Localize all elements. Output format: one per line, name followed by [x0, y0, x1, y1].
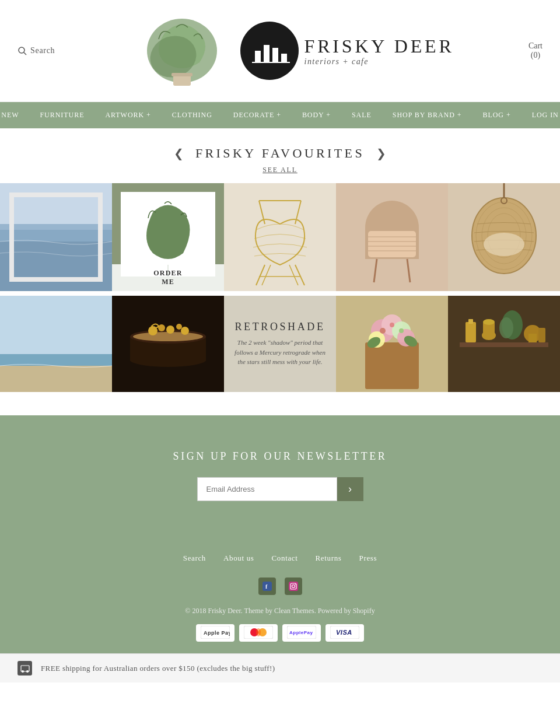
nav-decorate[interactable]: DECORATE +	[223, 102, 292, 128]
search-label: Search	[30, 46, 55, 55]
search-button[interactable]: Search	[18, 46, 55, 55]
svg-rect-6	[255, 51, 261, 62]
prev-arrow[interactable]: ❮	[174, 146, 184, 160]
instagram-item-5[interactable]	[448, 296, 560, 392]
product-item-2[interactable]: ORDERME	[112, 183, 224, 291]
instagram-item-1[interactable]	[0, 296, 112, 392]
newsletter-section: SIGN UP FOR OUR NEWSLETTER ›	[0, 415, 560, 536]
product-image-5	[448, 183, 560, 291]
svg-point-95	[256, 628, 261, 636]
nav-blog[interactable]: BLOG +	[472, 102, 521, 128]
svg-point-80	[499, 317, 513, 338]
product-item-5[interactable]	[448, 183, 560, 291]
mastercard-icon	[239, 624, 278, 642]
brand-subtitle: interiors + cafe	[304, 57, 369, 66]
footer-link-press[interactable]: Press	[359, 554, 377, 563]
shopify-pay-icon: ApplePay	[282, 624, 321, 642]
bottom-bar-text: FREE shipping for Australian orders over…	[41, 664, 275, 673]
svg-rect-14	[0, 183, 112, 224]
svg-text:VISA: VISA	[336, 629, 352, 636]
svg-point-54	[133, 332, 203, 341]
footer-link-about[interactable]: About us	[223, 554, 254, 563]
svg-rect-7	[264, 45, 270, 62]
newsletter-email-input[interactable]	[197, 477, 337, 501]
nav-furniture[interactable]: FURNITURE	[29, 102, 94, 128]
nav-clothing[interactable]: CLOTHING	[162, 102, 223, 128]
retroshade-card: RETROSHADE The 2 week "shadow" period th…	[224, 296, 336, 392]
product-item-3[interactable]	[224, 183, 336, 291]
search-icon	[18, 46, 27, 55]
svg-point-68	[390, 323, 394, 327]
svg-rect-47	[0, 296, 112, 354]
svg-rect-19	[224, 183, 336, 291]
payment-icons: Apple Pay ApplePay VISA	[0, 624, 560, 642]
instagram-image-5	[448, 296, 560, 392]
cart-count: (0)	[528, 51, 542, 60]
svg-point-67	[380, 328, 386, 334]
leaf-illustration	[130, 10, 235, 92]
shipping-icon	[18, 661, 32, 676]
svg-rect-9	[281, 54, 287, 62]
header: Search	[0, 0, 560, 102]
footer-social: f	[0, 578, 560, 595]
svg-point-89	[295, 584, 296, 585]
svg-rect-31	[368, 231, 416, 257]
circle-logo	[240, 22, 299, 80]
apple-pay-icon: Apple Pay	[196, 624, 235, 642]
footer-link-contact[interactable]: Contact	[272, 554, 298, 563]
instagram-item-retroshade[interactable]: RETROSHADE The 2 week "shadow" period th…	[224, 296, 336, 392]
main-nav: NEW FURNITURE ARTWORK + CLOTHING DECORAT…	[0, 102, 560, 128]
order-me-badge: ORDERME	[112, 264, 224, 291]
footer-link-search[interactable]: Search	[183, 554, 206, 563]
instagram-icon[interactable]	[285, 578, 302, 595]
nav-body[interactable]: BODY +	[292, 102, 341, 128]
nav-artwork[interactable]: ARTWORK +	[94, 102, 161, 128]
svg-rect-61	[365, 342, 419, 389]
nav-new[interactable]: NEW	[0, 102, 29, 128]
next-arrow[interactable]: ❯	[376, 146, 386, 160]
nav-login[interactable]: Log in	[522, 102, 560, 128]
product-item-4[interactable]	[336, 183, 448, 291]
svg-point-44	[484, 233, 524, 256]
brand-name: FRISKY DEER	[304, 36, 454, 57]
svg-point-0	[19, 47, 24, 53]
instagram-image-1	[0, 296, 112, 392]
newsletter-form: ›	[18, 477, 542, 501]
cart-label: Cart	[528, 41, 542, 51]
footer-link-returns[interactable]: Returns	[316, 554, 342, 563]
visa-icon: VISA	[326, 624, 364, 642]
svg-rect-49	[0, 366, 112, 392]
newsletter-submit-button[interactable]: ›	[337, 477, 363, 501]
instagram-item-4[interactable]	[336, 296, 448, 392]
instagram-image-2	[112, 296, 224, 392]
see-all-link[interactable]: SEE ALL	[0, 166, 560, 174]
product-item-1[interactable]	[0, 183, 112, 291]
instagram-item-2[interactable]	[112, 296, 224, 392]
svg-point-57	[166, 326, 174, 334]
svg-point-59	[181, 327, 189, 335]
nav-shop-brand[interactable]: Shop By Brand +	[382, 102, 473, 128]
svg-rect-5	[172, 73, 192, 76]
svg-point-102	[22, 670, 24, 673]
facebook-icon[interactable]: f	[258, 578, 276, 595]
svg-rect-8	[272, 48, 278, 62]
svg-text:ApplePay: ApplePay	[289, 630, 313, 635]
cart-button[interactable]: Cart (0)	[528, 41, 542, 60]
footer-copyright: © 2018 Frisky Deer. Theme by Clean Theme…	[0, 607, 560, 615]
nav-sale[interactable]: SALE	[341, 102, 382, 128]
newsletter-title: SIGN UP FOR OUR NEWSLETTER	[18, 450, 542, 463]
footer-links: Search About us Contact Returns Press	[0, 554, 560, 563]
logo[interactable]: FRISKY DEER interiors + cafe	[130, 10, 454, 92]
svg-text:Apple Pay: Apple Pay	[204, 630, 230, 636]
svg-rect-74	[466, 322, 476, 342]
logo-icon	[249, 30, 290, 71]
product-image-1	[0, 183, 112, 291]
svg-rect-73	[460, 342, 548, 347]
retroshade-title: RETROSHADE	[235, 321, 325, 333]
retroshade-text: The 2 week "shadow" period that follows …	[233, 338, 327, 367]
brand-text: FRISKY DEER interiors + cafe	[304, 36, 454, 66]
svg-point-69	[399, 328, 404, 333]
footer: Search About us Contact Returns Press f …	[0, 536, 560, 653]
svg-point-78	[483, 319, 495, 325]
instagram-row: RETROSHADE The 2 week "shadow" period th…	[0, 296, 560, 392]
